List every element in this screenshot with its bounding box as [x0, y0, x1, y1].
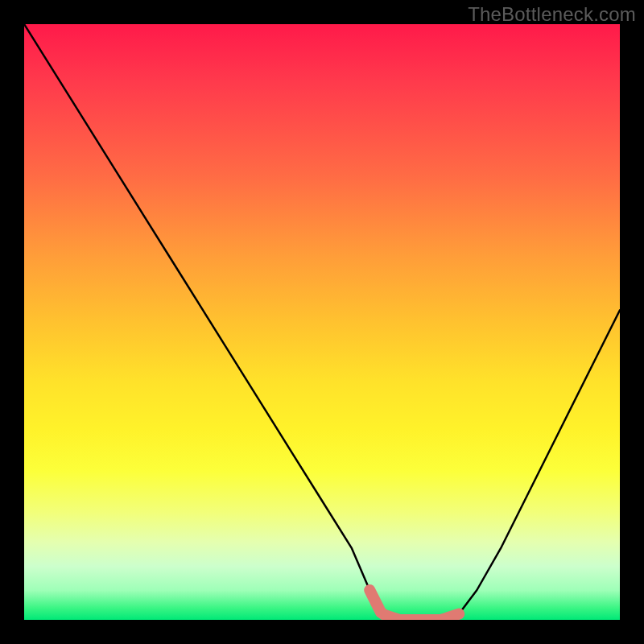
bottleneck-curve-path: [24, 24, 620, 620]
bottleneck-curve-svg: [24, 24, 620, 620]
chart-frame: TheBottleneck.com: [0, 0, 644, 644]
watermark-text: TheBottleneck.com: [468, 3, 636, 26]
plot-area: [24, 24, 620, 620]
bottleneck-marker: [369, 590, 459, 620]
